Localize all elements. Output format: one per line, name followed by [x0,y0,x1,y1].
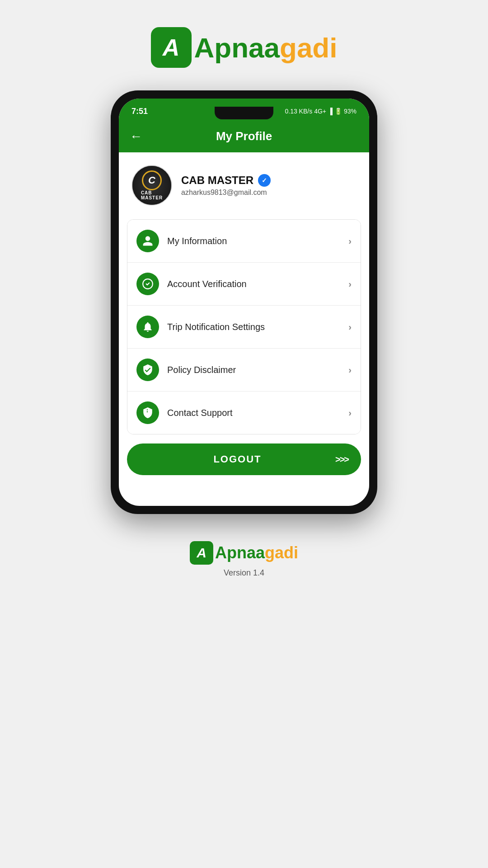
menu-item-account-verification[interactable]: Account Verification › [127,263,361,306]
verified-badge: ✓ [258,174,271,187]
logout-label: LOGOUT [140,453,335,465]
profile-email: azharkus9813@gmail.com [181,189,357,197]
logout-button[interactable]: LOGOUT >>> [127,443,361,475]
logo-text-gadi: gadi [280,32,337,63]
bottom-spacer [119,488,369,506]
menu-item-my-information[interactable]: My Information › [127,220,361,263]
bottom-logo-gadi: gadi [265,543,298,562]
bottom-logo-icon: A [190,541,213,565]
my-information-label: My Information [167,236,348,246]
policy-disclaimer-icon-circle [136,359,159,381]
policy-disclaimer-label: Policy Disclaimer [167,365,348,375]
shield-help-icon [142,407,154,419]
profile-info: CAB MASTER ✓ azharkus9813@gmail.com [181,174,357,197]
account-verification-icon-circle [136,273,159,295]
bottom-logo: A Apnaagadi [190,541,298,565]
profile-name: CAB MASTER [181,174,253,187]
status-bar: 7:51 0.13 KB/s 4G+ ▐ 🔋 93% [119,99,369,122]
speed-indicator: 0.13 KB/s [285,108,312,115]
version-text: Version 1.4 [224,568,264,578]
logo-icon: A [151,27,192,68]
my-information-icon-circle [136,230,159,252]
my-information-chevron: › [348,236,352,246]
account-verification-chevron: › [348,279,352,289]
menu-item-contact-support[interactable]: Contact Support › [127,392,361,434]
phone-frame: 7:51 0.13 KB/s 4G+ ▐ 🔋 93% ← My Profile … [111,90,377,514]
bell-icon [142,321,154,333]
signal-bars: ▐ [328,108,333,115]
back-button[interactable]: ← [130,129,142,144]
contact-support-chevron: › [348,408,352,418]
logo-text-apnaa: Apnaa [194,32,280,63]
trip-notification-icon-circle [136,316,159,338]
account-verification-label: Account Verification [167,279,348,289]
battery-percentage: 93% [344,108,357,115]
logout-arrows: >>> [335,454,348,465]
menu-item-trip-notification-settings[interactable]: Trip Notification Settings › [127,306,361,349]
policy-disclaimer-chevron: › [348,365,352,375]
bottom-logo-area: A Apnaagadi Version 1.4 [190,541,298,605]
status-time: 7:51 [131,107,148,116]
trip-notification-chevron: › [348,322,352,332]
contact-support-icon-circle [136,401,159,424]
avatar: C CABMASTER [131,165,172,206]
status-right: 0.13 KB/s 4G+ ▐ 🔋 93% [285,108,357,115]
battery-icon: 🔋 [334,108,342,115]
menu-card: My Information › Account Verification › [127,219,361,434]
badge-check-icon [142,278,154,290]
profile-section: C CABMASTER CAB MASTER ✓ azharkus9813@gm… [119,152,369,215]
menu-item-policy-disclaimer[interactable]: Policy Disclaimer › [127,349,361,392]
network-type: 4G+ [314,108,326,115]
shield-icon [142,364,154,376]
trip-notification-label: Trip Notification Settings [167,322,348,332]
phone-screen: 7:51 0.13 KB/s 4G+ ▐ 🔋 93% ← My Profile … [119,99,369,506]
page-title: My Profile [216,129,272,143]
contact-support-label: Contact Support [167,408,348,418]
app-header: ← My Profile [119,122,369,152]
bottom-logo-apnaa: Apnaa [215,543,265,562]
top-logo: A Apnaagadi [151,27,338,68]
person-icon [142,235,154,247]
notch [215,107,273,119]
